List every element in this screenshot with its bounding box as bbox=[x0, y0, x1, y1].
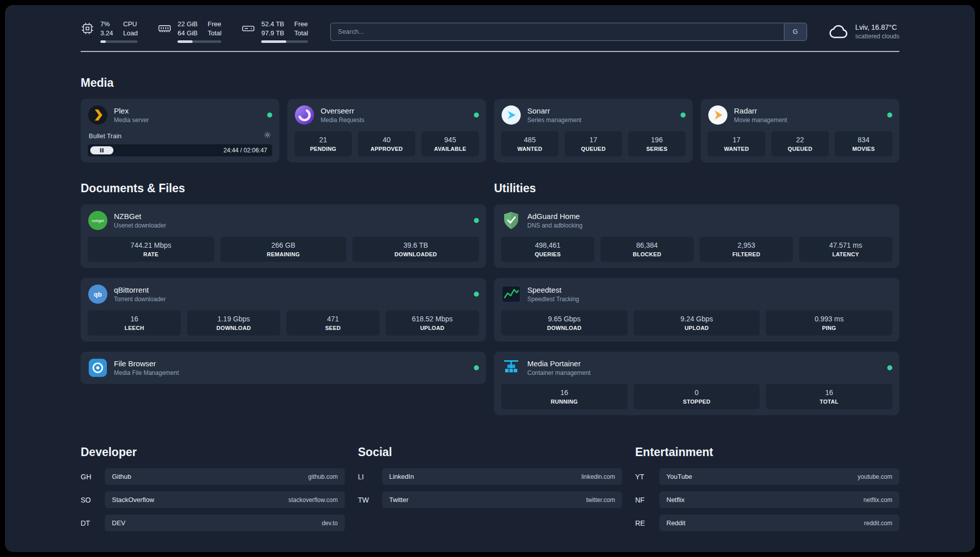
bookmark-row: GH Github github.com bbox=[81, 468, 345, 485]
service-name: NZBGet bbox=[114, 212, 468, 220]
bookmark-link-stackoverflow[interactable]: StackOverflow stackoverflow.com bbox=[105, 491, 345, 508]
disk-total-value: 97.9 TB bbox=[261, 29, 284, 37]
stat-box: 0.993 msPING bbox=[766, 310, 892, 336]
disk-progress-bar bbox=[261, 40, 308, 43]
service-card-sonarr[interactable]: Sonarr Series management 485WANTED 17QUE… bbox=[494, 99, 693, 162]
status-indicator bbox=[474, 113, 479, 118]
section-title-social: Social bbox=[358, 445, 622, 459]
status-indicator bbox=[267, 113, 272, 118]
service-name: Speedtest bbox=[527, 286, 892, 294]
service-card-plex[interactable]: Plex Media server Bullet Train bbox=[81, 99, 279, 162]
stat-box: 834MOVIES bbox=[835, 131, 892, 156]
ram-widget: 22 GiB 64 GiB Free Total bbox=[158, 20, 221, 43]
radarr-icon bbox=[708, 105, 728, 125]
disk-widget: 52.4 TB 97.9 TB Free Total bbox=[241, 20, 308, 43]
stat-label: QUERIES bbox=[504, 251, 591, 257]
dashboard: 7% 3.24 CPU Load bbox=[5, 5, 975, 552]
service-card-portainer[interactable]: Media Portainer Container management 16R… bbox=[494, 352, 899, 415]
section-title-developer: Developer bbox=[81, 445, 345, 459]
stat-label: QUEUED bbox=[774, 146, 826, 152]
stat-value: 498,461 bbox=[504, 241, 591, 249]
stat-label: WANTED bbox=[504, 146, 556, 152]
stat-value: 266 GB bbox=[223, 241, 344, 249]
playback-progress-bar[interactable]: 24:44 / 02:06:47 bbox=[88, 144, 272, 156]
bookmark-abbr: GH bbox=[81, 473, 98, 481]
stat-value: 17 bbox=[711, 136, 762, 144]
stat-value: 40 bbox=[361, 136, 412, 144]
service-name: Overseerr bbox=[321, 106, 468, 115]
stat-value: 9.24 Gbps bbox=[637, 315, 757, 323]
service-card-adguard[interactable]: AdGuard Home DNS and adblocking 498,461Q… bbox=[494, 204, 899, 268]
bookmark-group-social: Social LI LinkedIn linkedin.com TW Twitt… bbox=[358, 427, 622, 538]
service-card-qbittorrent[interactable]: qb qBittorrent Torrent downloader 16LEEC… bbox=[81, 278, 486, 342]
sonarr-icon bbox=[501, 105, 521, 125]
stat-label: DOWNLOAD bbox=[190, 325, 277, 331]
search-input[interactable] bbox=[330, 23, 783, 41]
service-card-speedtest[interactable]: Speedtest Speedtest Tracking 9.65 GbpsDO… bbox=[494, 278, 899, 342]
bookmark-link-linkedin[interactable]: LinkedIn linkedin.com bbox=[382, 468, 622, 485]
weather-location: Lviv, 16.87°C bbox=[855, 23, 899, 31]
cpu-icon bbox=[81, 22, 94, 35]
stat-value: 0 bbox=[637, 388, 757, 397]
cpu-label: CPU bbox=[123, 20, 138, 28]
service-card-filebrowser[interactable]: File Browser Media File Management bbox=[81, 352, 486, 384]
bookmark-abbr: LI bbox=[358, 473, 375, 481]
stat-box: 1.19 GbpsDOWNLOAD bbox=[187, 310, 280, 336]
bookmark-link-youtube[interactable]: YouTube youtube.com bbox=[659, 468, 899, 485]
bookmark-link-netflix[interactable]: Netflix netflix.com bbox=[659, 491, 899, 508]
ram-free-label: Free bbox=[208, 20, 221, 28]
documents-column: Documents & Files nzbget NZBGet Usenet d… bbox=[81, 164, 486, 384]
stat-value: 196 bbox=[631, 136, 683, 144]
stat-box: 16LEECH bbox=[88, 310, 181, 336]
service-subtitle: Torrent downloader bbox=[114, 296, 468, 303]
bookmark-link-reddit[interactable]: Reddit reddit.com bbox=[659, 515, 899, 531]
service-card-nzbget[interactable]: nzbget NZBGet Usenet downloader 744.21 M… bbox=[81, 204, 486, 268]
service-subtitle: Speedtest Tracking bbox=[527, 296, 892, 303]
media-grid: Plex Media server Bullet Train bbox=[81, 99, 899, 162]
settings-gear-icon[interactable] bbox=[264, 131, 271, 140]
stat-value: 86,384 bbox=[603, 241, 691, 249]
svg-text:nzbget: nzbget bbox=[92, 218, 104, 223]
search-engine-button[interactable]: G bbox=[784, 23, 807, 41]
plex-now-playing: Bullet Train 24:44 / 02:06:47 bbox=[88, 131, 272, 156]
stat-value: 1.19 Gbps bbox=[190, 315, 277, 323]
stat-label: WANTED bbox=[711, 146, 762, 152]
stat-label: FILTERED bbox=[703, 251, 790, 257]
bookmark-abbr: DT bbox=[81, 519, 98, 527]
service-subtitle: Container management bbox=[527, 369, 881, 376]
stat-box: 618.52 MbpsUPLOAD bbox=[386, 310, 479, 336]
stat-box: 40APPROVED bbox=[358, 131, 415, 156]
stat-label: LATENCY bbox=[802, 251, 889, 257]
service-card-overseerr[interactable]: Overseerr Media Requests 21PENDING 40APP… bbox=[287, 99, 486, 162]
stat-value: 39.6 TB bbox=[355, 241, 476, 249]
service-subtitle: Media Requests bbox=[321, 117, 468, 124]
ram-free-value: 22 GiB bbox=[177, 20, 198, 28]
bookmark-group-entertainment: Entertainment YT YouTube youtube.com NF … bbox=[635, 427, 899, 538]
stat-value: 21 bbox=[297, 136, 349, 144]
stat-value: 16 bbox=[769, 388, 889, 397]
service-name: AdGuard Home bbox=[527, 212, 892, 220]
bookmark-link-dev[interactable]: DEV dev.to bbox=[105, 515, 345, 531]
stat-value: 2,953 bbox=[703, 241, 790, 249]
bookmark-row: SO StackOverflow stackoverflow.com bbox=[81, 491, 345, 508]
stat-value: 744.21 Mbps bbox=[91, 241, 211, 249]
stat-value: 471 bbox=[289, 315, 377, 323]
disk-free-label: Free bbox=[294, 20, 308, 28]
pause-button[interactable] bbox=[90, 146, 113, 154]
bookmark-link-twitter[interactable]: Twitter twitter.com bbox=[382, 491, 622, 508]
service-card-radarr[interactable]: Radarr Movie management 17WANTED 22QUEUE… bbox=[701, 99, 899, 162]
stat-value: 47.571 ms bbox=[802, 241, 889, 249]
stat-box: 196SERIES bbox=[628, 131, 686, 156]
stat-label: TOTAL bbox=[769, 399, 889, 405]
bookmark-abbr: SO bbox=[81, 496, 98, 504]
stat-box: 0STOPPED bbox=[634, 384, 760, 409]
section-title-documents: Documents & Files bbox=[81, 182, 486, 195]
stat-value: 485 bbox=[504, 136, 556, 144]
stat-value: 0.993 ms bbox=[769, 315, 889, 323]
stat-box: 39.6 TBDOWNLOADED bbox=[352, 237, 479, 262]
stat-box: 471SEED bbox=[286, 310, 380, 336]
ram-progress-bar bbox=[177, 40, 221, 43]
portainer-icon bbox=[501, 358, 521, 378]
bookmark-link-github[interactable]: Github github.com bbox=[105, 468, 345, 485]
stat-value: 834 bbox=[838, 136, 889, 144]
